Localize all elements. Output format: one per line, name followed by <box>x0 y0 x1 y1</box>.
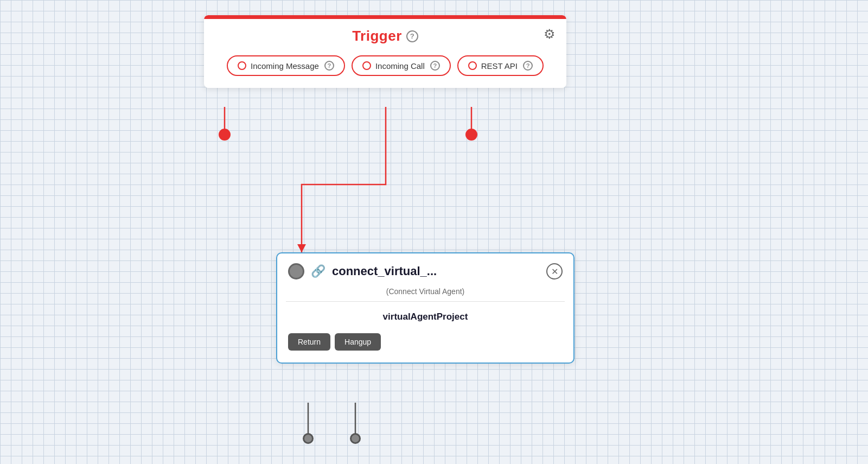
flow-canvas: Trigger ? ⚙ Incoming Message ? Incoming … <box>0 0 868 464</box>
rest-api-connector[interactable] <box>465 129 477 141</box>
return-terminal-dot[interactable] <box>303 433 314 444</box>
svg-marker-1 <box>297 244 306 252</box>
incoming-call-help: ? <box>430 61 440 71</box>
trigger-help-icon: ? <box>406 30 418 42</box>
action-param: virtualAgentProject <box>383 312 468 322</box>
hangup-button[interactable]: Hangup <box>335 333 381 351</box>
action-node-status-circle <box>288 263 304 279</box>
rest-api-help: ? <box>523 61 533 71</box>
rest-api-label: REST API <box>481 61 518 71</box>
action-close-icon: ✕ <box>551 266 558 277</box>
trigger-title: Trigger <box>352 28 402 45</box>
action-phone-icon: 🔗 <box>311 264 326 278</box>
trigger-node: Trigger ? ⚙ Incoming Message ? Incoming … <box>204 15 566 88</box>
incoming-call-button[interactable]: Incoming Call ? <box>352 55 451 76</box>
action-subtitle: (Connect Virtual Agent) <box>277 287 573 301</box>
return-button[interactable]: Return <box>288 333 330 351</box>
action-title: connect_virtual_... <box>332 264 540 278</box>
rest-api-circle <box>468 61 477 70</box>
hangup-terminal-dot[interactable] <box>350 433 361 444</box>
incoming-message-help: ? <box>324 61 334 71</box>
action-body: virtualAgentProject <box>277 302 573 333</box>
action-close-button[interactable]: ✕ <box>546 263 563 279</box>
incoming-message-circle <box>238 61 246 70</box>
incoming-call-circle <box>362 61 371 70</box>
trigger-buttons: Incoming Message ? Incoming Call ? REST … <box>204 50 566 88</box>
trigger-header: Trigger ? ⚙ <box>204 19 566 50</box>
action-node: 🔗 connect_virtual_... ✕ (Connect Virtual… <box>276 252 575 364</box>
trigger-header-bar <box>204 15 566 19</box>
incoming-message-button[interactable]: Incoming Message ? <box>227 55 345 76</box>
incoming-call-label: Incoming Call <box>375 61 425 71</box>
trigger-settings-icon[interactable]: ⚙ <box>544 27 556 42</box>
incoming-message-connector[interactable] <box>219 129 231 141</box>
action-header: 🔗 connect_virtual_... ✕ <box>277 253 573 287</box>
incoming-message-label: Incoming Message <box>251 61 319 71</box>
action-footer: Return Hangup <box>277 333 573 363</box>
rest-api-button[interactable]: REST API ? <box>457 55 544 76</box>
